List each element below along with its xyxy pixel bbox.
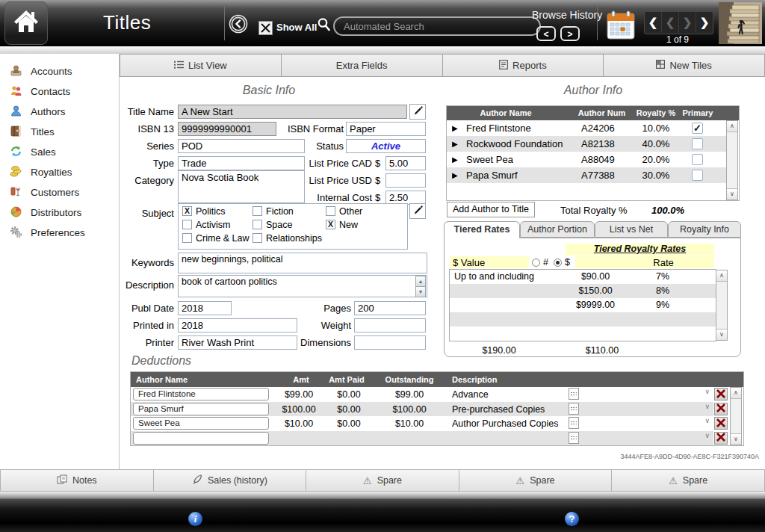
- more-options-button[interactable]: [569, 388, 579, 400]
- tiered-rate-row[interactable]: $150.00 8%: [450, 284, 716, 298]
- primary-checkbox[interactable]: [692, 138, 703, 149]
- subject-checkbox-activism[interactable]: [182, 220, 192, 229]
- back-circle-icon[interactable]: [229, 14, 248, 37]
- deduction-author-dropdown[interactable]: [133, 432, 269, 445]
- subject-checkbox-space[interactable]: [253, 220, 262, 229]
- tiered-table-scrollbar[interactable]: ∧ ∨: [716, 270, 728, 341]
- more-options-button[interactable]: [569, 417, 579, 429]
- isbn-format-field[interactable]: Paper: [346, 122, 426, 136]
- sidebar-item-accounts[interactable]: Accounts: [0, 61, 119, 81]
- status-field[interactable]: Active: [346, 139, 426, 153]
- notes-button[interactable]: Notes: [0, 469, 154, 492]
- search-input[interactable]: [333, 16, 541, 36]
- scroll-up-icon[interactable]: ∧: [716, 270, 727, 282]
- tiered-rate-row[interactable]: [450, 327, 716, 341]
- tab-reports[interactable]: Reports: [443, 54, 604, 77]
- spare-button-2[interactable]: ⚠ Spare: [459, 469, 613, 492]
- row-expand-icon[interactable]: ▶: [452, 167, 458, 183]
- delete-deduction-button[interactable]: [714, 417, 728, 430]
- author-table-scrollbar[interactable]: ∧ ∨: [726, 120, 738, 200]
- title-name-field[interactable]: A New Start: [178, 105, 407, 119]
- deduction-author-dropdown[interactable]: Sweet Pea: [133, 417, 269, 430]
- author-row[interactable]: ▶ Sweet Pea A88049 20.0%: [447, 152, 726, 167]
- primary-checkbox[interactable]: [692, 154, 703, 165]
- primary-checkbox[interactable]: [692, 170, 703, 181]
- browse-back-button[interactable]: <: [536, 26, 556, 41]
- tiered-rate-row[interactable]: Up to and including $90.00 7%: [450, 270, 716, 284]
- spare-button-3[interactable]: ⚠ Spare: [612, 469, 765, 492]
- home-button[interactable]: [4, 1, 48, 45]
- radio-dollar[interactable]: [554, 259, 562, 267]
- nav-first-button[interactable]: ❮: [645, 12, 662, 32]
- scroll-down-icon[interactable]: ∨: [727, 188, 737, 200]
- delete-deduction-button[interactable]: [714, 403, 728, 415]
- more-options-button[interactable]: [569, 403, 579, 415]
- type-field[interactable]: Trade: [178, 156, 305, 170]
- deduction-author-dropdown[interactable]: Papa Smurf: [133, 403, 269, 415]
- title-name-edit-button[interactable]: [409, 104, 426, 120]
- category-field[interactable]: Nova Scotia Book: [178, 170, 305, 203]
- sidebar-item-preferences[interactable]: Preferences: [0, 223, 119, 243]
- primary-checkbox[interactable]: ✓: [692, 123, 703, 134]
- nav-prev-button[interactable]: ❮: [662, 12, 679, 32]
- tab-royalty-info[interactable]: Royalty Info: [668, 221, 741, 238]
- subject-checkbox-politics[interactable]: X: [182, 206, 192, 216]
- row-expand-icon[interactable]: ▶: [452, 120, 458, 136]
- tab-tiered-rates[interactable]: Tiered Rates: [444, 221, 520, 238]
- tab-author-portion[interactable]: Author Portion: [520, 221, 595, 238]
- nav-last-button[interactable]: ❯: [696, 12, 713, 32]
- spare-button-1[interactable]: ⚠ Spare: [306, 469, 459, 492]
- printed-in-field[interactable]: 2018: [178, 318, 297, 332]
- list-price-cad-field[interactable]: 5.00: [385, 156, 426, 170]
- show-all-checkbox[interactable]: [258, 21, 273, 35]
- list-price-usd-field[interactable]: [385, 173, 426, 188]
- delete-deduction-button[interactable]: [714, 388, 728, 400]
- scroll-down-icon[interactable]: ∨: [716, 329, 727, 340]
- radio-count[interactable]: [532, 259, 540, 267]
- subject-edit-button[interactable]: [409, 203, 426, 219]
- author-row[interactable]: ▶ Papa Smurf A77388 30.0%: [447, 167, 726, 183]
- scroll-up-icon[interactable]: ∧: [731, 388, 741, 399]
- keywords-field[interactable]: new beginnings, political: [178, 253, 427, 273]
- help-icon[interactable]: ?: [565, 512, 579, 526]
- scroll-up-icon[interactable]: ∧: [727, 121, 737, 132]
- add-author-button[interactable]: Add Author to Title: [447, 202, 535, 217]
- preferences-gear-icon: [10, 226, 22, 241]
- row-expand-icon[interactable]: ▶: [452, 136, 458, 152]
- more-options-button[interactable]: [569, 432, 579, 444]
- description-scroll-up-button[interactable]: ▲: [415, 276, 426, 287]
- quill-pen-icon: [192, 474, 202, 487]
- publ-date-field[interactable]: 2018: [178, 301, 232, 315]
- subject-checkbox-other[interactable]: [326, 206, 335, 216]
- pages-field[interactable]: 200: [354, 301, 426, 315]
- printer-field[interactable]: River Wash Print: [178, 335, 297, 350]
- subject-checkbox-fiction[interactable]: [253, 206, 262, 216]
- subject-checkbox-relationships[interactable]: [253, 233, 262, 243]
- tab-list-view[interactable]: List View: [120, 54, 282, 77]
- sidebar-item-contacts[interactable]: Contacts: [0, 81, 119, 102]
- tab-new-tiles[interactable]: New Tiles: [604, 54, 765, 77]
- weight-field[interactable]: [354, 318, 426, 332]
- calendar-icon[interactable]: [607, 10, 635, 43]
- nav-next-button[interactable]: ❯: [679, 12, 696, 32]
- sales-history-button[interactable]: Sales (history): [154, 469, 307, 492]
- tiered-rate-row[interactable]: [450, 312, 716, 327]
- browse-forward-button[interactable]: >: [560, 26, 580, 41]
- scroll-down-icon[interactable]: ∨: [731, 433, 741, 445]
- description-field[interactable]: book of cartoon politics: [178, 275, 427, 297]
- info-icon[interactable]: i: [188, 512, 202, 526]
- subject-checkbox-new[interactable]: X: [326, 220, 335, 229]
- author-row[interactable]: ▶ Fred Flintstone A24206 10.0% ✓: [447, 120, 726, 136]
- row-expand-icon[interactable]: ▶: [452, 152, 458, 167]
- deductions-scrollbar[interactable]: ∧ ∨: [730, 387, 742, 445]
- isbn13-field[interactable]: 9999999990001: [178, 122, 276, 136]
- delete-deduction-button[interactable]: [714, 432, 728, 445]
- dimensions-field[interactable]: [354, 335, 426, 350]
- tab-list-vs-net[interactable]: List vs Net: [595, 221, 668, 238]
- tiered-rate-row[interactable]: $9999.00 9%: [450, 298, 716, 312]
- subject-checkbox-crime-law[interactable]: [182, 233, 192, 243]
- deduction-author-dropdown[interactable]: Fred Flintstone: [133, 388, 269, 400]
- author-row[interactable]: ▶ Rockwood Foundation A82138 40.0%: [447, 136, 726, 152]
- tab-extra-fields[interactable]: Extra Fields: [282, 54, 443, 77]
- description-scroll-down-button[interactable]: ▼: [415, 286, 426, 297]
